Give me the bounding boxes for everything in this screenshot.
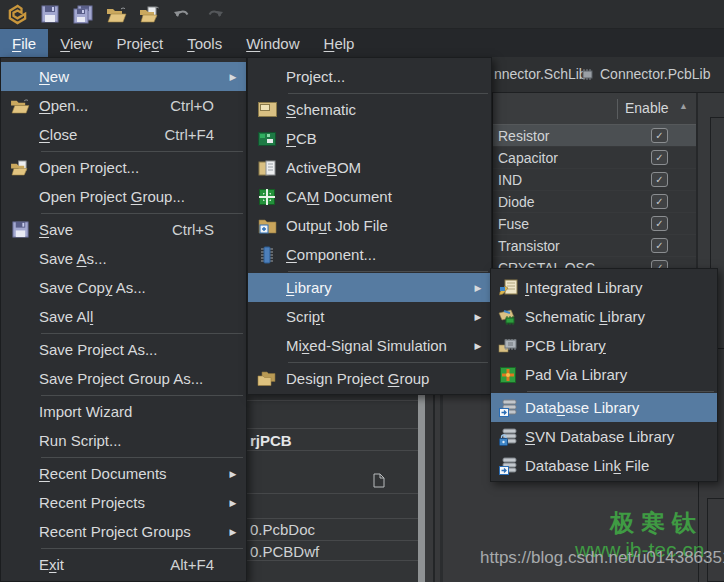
menu-item-pcb[interactable]: PCB [248, 124, 491, 153]
enable-checkbox[interactable]: ✓ [651, 128, 668, 143]
menu-item-close[interactable]: CloseCtrl+F4 [1, 120, 246, 149]
menu-item-activebom[interactable]: ActiveBOM [248, 153, 491, 182]
menu-item-save-project-as[interactable]: Save Project As... [1, 335, 246, 364]
menu-window[interactable]: Window [234, 29, 311, 57]
column-divider [617, 99, 618, 119]
table-row-diode[interactable]: Diode✓ [493, 191, 696, 213]
undo-button[interactable] [170, 2, 194, 26]
open-file-button[interactable] [104, 2, 128, 26]
table-row-resistor[interactable]: Resistor✓ [493, 125, 696, 147]
schematic-icon [248, 102, 286, 117]
menu-file[interactable]: File [0, 29, 48, 57]
document-tabbar: nnector.SchLib Connector.PcbLib [492, 57, 724, 92]
database-link-file-icon [491, 457, 525, 475]
menu-item-open[interactable]: Open...Ctrl+O [1, 91, 246, 120]
redo-button[interactable] [203, 2, 227, 26]
panel-splitter[interactable] [440, 395, 443, 582]
menu-item-schematic-library[interactable]: Schematic Library [491, 302, 717, 331]
menu-item-save-project-group-as[interactable]: Save Project Group As... [1, 364, 246, 393]
submenu-arrow-icon: ▶ [465, 283, 491, 293]
submenu-arrow-icon: ▶ [220, 72, 246, 82]
tab-pcblib[interactable]: Connector.PcbLib [600, 66, 711, 82]
altium-logo-icon [5, 2, 29, 26]
submenu-arrow-icon: ▶ [465, 312, 491, 322]
enable-checkbox[interactable]: ✓ [651, 238, 668, 253]
menu-item-mixed-signal-simulation[interactable]: Mixed-Signal Simulation▶ [248, 331, 491, 360]
menu-project[interactable]: Project [104, 29, 175, 57]
output-job-icon [248, 218, 286, 234]
open-project-icon [1, 160, 39, 176]
pcb-library-icon [491, 338, 525, 354]
menu-item-exit[interactable]: ExitAlt+F4 [1, 550, 246, 579]
table-rows: Resistor✓ Capacitor✓ IND✓ Diode✓ Fuse✓ T… [493, 125, 696, 279]
menu-item-cam-document[interactable]: CAM Document [248, 182, 491, 211]
vertical-scrollbar[interactable] [418, 395, 425, 582]
menu-item-script[interactable]: Script▶ [248, 302, 491, 331]
pad-via-library-icon [491, 367, 525, 383]
project-name[interactable]: rjPCB [250, 432, 292, 449]
menu-item-recent-project-groups[interactable]: Recent Project Groups▶ [1, 517, 246, 546]
menu-item-pad-via-library[interactable]: Pad Via Library [491, 360, 717, 389]
svn-database-library-icon [491, 428, 525, 446]
menu-item-integrated-library[interactable]: Integrated Library [491, 273, 717, 302]
menu-item-output-job-file[interactable]: Output Job File [248, 211, 491, 240]
menu-separator [288, 93, 488, 94]
menu-item-schematic[interactable]: Schematic [248, 95, 491, 124]
menu-item-save[interactable]: SaveCtrl+S [1, 215, 246, 244]
table-header: Enable ▲ [493, 93, 696, 125]
menu-separator [527, 391, 714, 392]
enable-column-header[interactable]: Enable [625, 100, 669, 116]
menu-separator [288, 271, 488, 272]
table-row-transistor[interactable]: Transistor✓ [493, 235, 696, 257]
menu-separator [41, 395, 243, 396]
submenu-arrow-icon: ▶ [220, 527, 246, 537]
menu-item-recent-projects[interactable]: Recent Projects▶ [1, 488, 246, 517]
menu-help[interactable]: Help [312, 29, 367, 57]
table-row-ind[interactable]: IND✓ [493, 169, 696, 191]
panel-splitter[interactable] [433, 395, 435, 582]
table-row-capacitor[interactable]: Capacitor✓ [493, 147, 696, 169]
component-icon [248, 246, 286, 264]
menu-separator [41, 548, 243, 549]
project-doc-item[interactable]: 0.PCBDwf [250, 543, 319, 560]
table-row-fuse[interactable]: Fuse✓ [493, 213, 696, 235]
menu-item-import-wizard[interactable]: Import Wizard [1, 397, 246, 426]
menu-item-database-library[interactable]: Database Library [491, 393, 717, 422]
save-button[interactable] [38, 2, 62, 26]
check-icon: ✓ [655, 241, 663, 251]
enable-checkbox[interactable]: ✓ [651, 194, 668, 209]
menu-item-component[interactable]: Component... [248, 240, 491, 269]
pcb-icon [248, 132, 286, 146]
menu-item-run-script[interactable]: Run Script... [1, 426, 246, 455]
menu-tools[interactable]: Tools [175, 29, 234, 57]
menu-item-recent-documents[interactable]: Recent Documents▶ [1, 459, 246, 488]
menu-item-database-link-file[interactable]: Database Link File [491, 451, 717, 480]
menu-item-library[interactable]: Library▶ [248, 273, 491, 302]
top-toolbar [0, 0, 724, 29]
menu-item-open-project-group[interactable]: Open Project Group... [1, 182, 246, 211]
menu-item-save-copy-as[interactable]: Save Copy As... [1, 273, 246, 302]
open-project-button[interactable] [137, 2, 161, 26]
sort-asc-icon[interactable]: ▲ [679, 101, 688, 111]
enable-checkbox[interactable]: ✓ [651, 216, 668, 231]
database-library-icon [491, 399, 525, 417]
check-icon: ✓ [655, 175, 663, 185]
group-box [707, 498, 724, 582]
menu-item-save-as[interactable]: Save As... [1, 244, 246, 273]
tab-schlib[interactable]: nnector.SchLib [494, 66, 587, 82]
project-doc-item[interactable]: 0.PcbDoc [250, 521, 315, 538]
menu-item-design-project-group[interactable]: Design Project Group [248, 364, 491, 393]
menu-item-svn-database-library[interactable]: SVN Database Library [491, 422, 717, 451]
menu-item-open-project[interactable]: Open Project... [1, 153, 246, 182]
menu-item-save-all[interactable]: Save All [1, 302, 246, 331]
menu-item-project[interactable]: Project... [248, 62, 491, 91]
menu-item-pcb-library[interactable]: PCB Library [491, 331, 717, 360]
check-icon: ✓ [655, 131, 663, 141]
enable-checkbox[interactable]: ✓ [651, 150, 668, 165]
enable-checkbox[interactable]: ✓ [651, 172, 668, 187]
submenu-arrow-icon: ▶ [220, 498, 246, 508]
check-icon: ✓ [655, 219, 663, 229]
menu-item-new[interactable]: New▶ [1, 62, 246, 91]
menu-view[interactable]: View [48, 29, 104, 57]
save-all-button[interactable] [71, 2, 95, 26]
